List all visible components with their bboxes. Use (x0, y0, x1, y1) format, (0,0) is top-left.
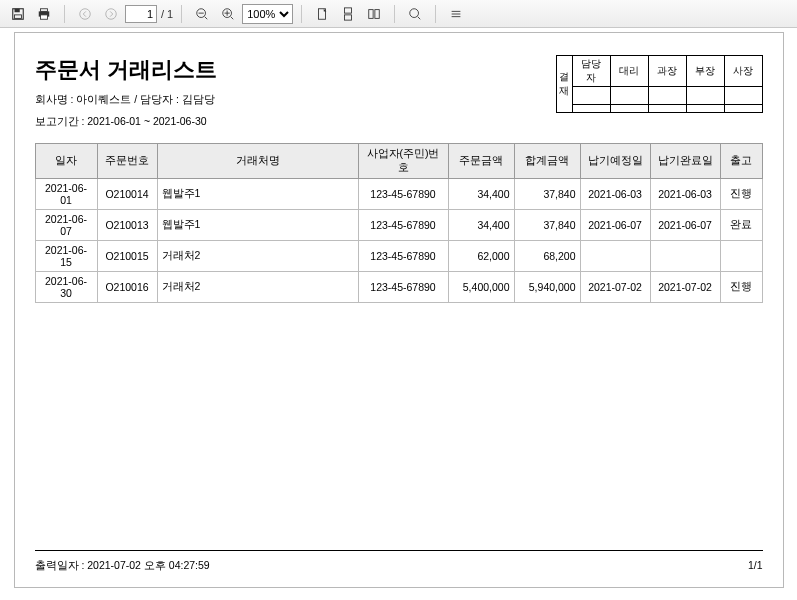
cell-order-no: O210015 (97, 241, 157, 272)
cell-ship-status (720, 241, 762, 272)
data-table: 일자 주문번호 거래처명 사업자(주민)번호 주문금액 합계금액 납기예정일 납… (35, 143, 763, 303)
cell-biz-no: 123-45-67890 (358, 272, 448, 303)
menu-button[interactable] (444, 3, 468, 25)
cell-order-no: O210016 (97, 272, 157, 303)
svg-line-12 (231, 16, 234, 19)
print-button[interactable] (32, 3, 56, 25)
cell-date: 2021-06-30 (35, 272, 97, 303)
svg-point-20 (410, 8, 419, 17)
cell-total-amount: 68,200 (514, 241, 580, 272)
approval-side-label: 결재 (556, 56, 572, 113)
zoom-in-button[interactable] (216, 3, 240, 25)
cell-order-no: O210013 (97, 210, 157, 241)
svg-rect-3 (41, 8, 48, 11)
cell-ship-status: 진행 (720, 179, 762, 210)
cell-due-date: 2021-06-07 (580, 210, 650, 241)
cell-due-date (580, 241, 650, 272)
zoom-out-button[interactable] (190, 3, 214, 25)
page-indicator: 1/1 (748, 559, 763, 573)
table-row: 2021-06-01O210014웹발주1123-45-6789034,4003… (35, 179, 762, 210)
approval-box: 결재 담당자 대리 과장 부장 사장 (556, 55, 763, 113)
footer-rule (35, 550, 763, 551)
cell-order-amount: 34,400 (448, 210, 514, 241)
save-button[interactable] (6, 3, 30, 25)
search-button[interactable] (403, 3, 427, 25)
cell-total-amount: 37,840 (514, 210, 580, 241)
print-timestamp: 출력일자 : 2021-07-02 오후 04:27:59 (35, 559, 210, 573)
company-line: 회사명 : 아이퀘스트 / 담당자 : 김담당 (35, 93, 217, 107)
cell-total-amount: 5,940,000 (514, 272, 580, 303)
svg-rect-18 (369, 9, 373, 18)
cell-done-date: 2021-06-07 (650, 210, 720, 241)
cell-date: 2021-06-01 (35, 179, 97, 210)
cell-order-amount: 62,000 (448, 241, 514, 272)
continuous-page-button[interactable] (336, 3, 360, 25)
separator (181, 5, 182, 23)
approval-col: 과장 (648, 56, 686, 87)
page-input[interactable] (125, 5, 157, 23)
cell-date: 2021-06-15 (35, 241, 97, 272)
cell-due-date: 2021-07-02 (580, 272, 650, 303)
cell-done-date: 2021-07-02 (650, 272, 720, 303)
cell-client: 웹발주1 (157, 210, 358, 241)
svg-rect-16 (345, 7, 352, 12)
svg-rect-1 (15, 8, 20, 12)
svg-point-7 (106, 8, 117, 19)
approval-col: 부장 (686, 56, 724, 87)
period-line: 보고기간 : 2021-06-01 ~ 2021-06-30 (35, 115, 217, 129)
cell-client: 웹발주1 (157, 179, 358, 210)
cell-order-amount: 5,400,000 (448, 272, 514, 303)
svg-line-21 (418, 16, 421, 19)
svg-rect-19 (375, 9, 379, 18)
approval-col: 담당자 (572, 56, 610, 87)
cell-due-date: 2021-06-03 (580, 179, 650, 210)
svg-rect-5 (41, 14, 48, 18)
separator (435, 5, 436, 23)
cell-order-no: O210014 (97, 179, 157, 210)
page-total: / 1 (161, 8, 173, 20)
approval-col: 사장 (724, 56, 762, 87)
cell-client: 거래처2 (157, 241, 358, 272)
cell-biz-no: 123-45-67890 (358, 241, 448, 272)
cell-client: 거래처2 (157, 272, 358, 303)
cell-done-date: 2021-06-03 (650, 179, 720, 210)
zoom-select[interactable]: 100% (242, 4, 293, 24)
separator (301, 5, 302, 23)
single-page-button[interactable] (310, 3, 334, 25)
table-row: 2021-06-07O210013웹발주1123-45-6789034,4003… (35, 210, 762, 241)
table-row: 2021-06-15O210015거래처2123-45-6789062,0006… (35, 241, 762, 272)
svg-line-9 (205, 16, 208, 19)
cell-biz-no: 123-45-67890 (358, 210, 448, 241)
approval-col: 대리 (610, 56, 648, 87)
facing-page-button[interactable] (362, 3, 386, 25)
table-row: 2021-06-30O210016거래처2123-45-678905,400,0… (35, 272, 762, 303)
cell-order-amount: 34,400 (448, 179, 514, 210)
page-title: 주문서 거래리스트 (35, 55, 217, 85)
svg-rect-17 (345, 14, 352, 19)
table-header-row: 일자 주문번호 거래처명 사업자(주민)번호 주문금액 합계금액 납기예정일 납… (35, 144, 762, 179)
cell-date: 2021-06-07 (35, 210, 97, 241)
next-page-button[interactable] (99, 3, 123, 25)
separator (64, 5, 65, 23)
cell-ship-status: 진행 (720, 272, 762, 303)
document-page: 주문서 거래리스트 회사명 : 아이퀘스트 / 담당자 : 김담당 보고기간 :… (14, 32, 784, 588)
viewport: 주문서 거래리스트 회사명 : 아이퀘스트 / 담당자 : 김담당 보고기간 :… (0, 28, 797, 600)
separator (394, 5, 395, 23)
cell-total-amount: 37,840 (514, 179, 580, 210)
svg-point-6 (80, 8, 91, 19)
svg-rect-2 (15, 14, 22, 18)
cell-biz-no: 123-45-67890 (358, 179, 448, 210)
cell-done-date (650, 241, 720, 272)
toolbar: / 1 100% (0, 0, 797, 28)
cell-ship-status: 완료 (720, 210, 762, 241)
prev-page-button[interactable] (73, 3, 97, 25)
